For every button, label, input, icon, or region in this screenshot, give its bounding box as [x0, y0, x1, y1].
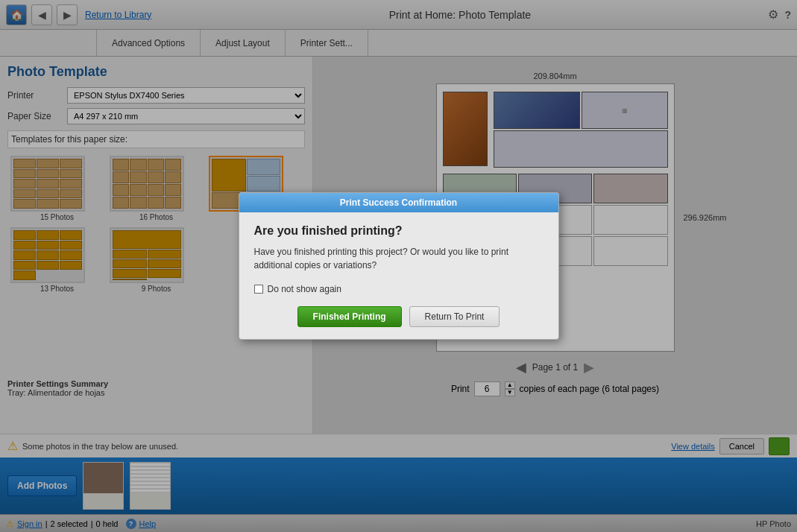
modal-body: Are you finished printing? Have you fini…: [239, 212, 558, 339]
modal-header: Print Success Confirmation: [239, 193, 558, 212]
modal-dialog: Print Success Confirmation Are you finis…: [239, 192, 559, 340]
modal-overlay: Print Success Confirmation Are you finis…: [0, 0, 797, 532]
modal-buttons: Finished Printing Return To Print: [254, 306, 544, 327]
do-not-show-checkbox[interactable]: [254, 285, 263, 294]
return-to-print-button[interactable]: Return To Print: [409, 306, 500, 327]
finished-printing-button[interactable]: Finished Printing: [297, 306, 402, 327]
modal-checkbox-row: Do not show again: [254, 284, 544, 294]
do-not-show-label: Do not show again: [268, 284, 341, 294]
modal-title: Are you finished printing?: [254, 224, 544, 238]
modal-text: Have you finished printing this project?…: [254, 245, 544, 272]
